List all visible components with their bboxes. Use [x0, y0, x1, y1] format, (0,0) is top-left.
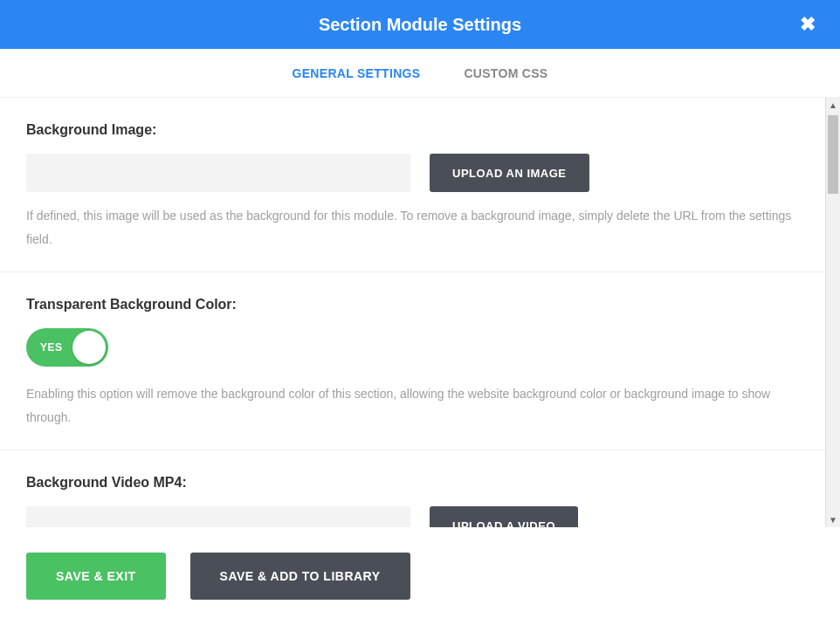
- help-transparent-bg: Enabling this option will remove the bac…: [26, 382, 799, 429]
- background-image-input[interactable]: [26, 154, 410, 192]
- tabs: GENERAL SETTINGS CUSTOM CSS: [0, 49, 840, 98]
- save-library-button[interactable]: SAVE & ADD TO LIBRARY: [190, 553, 410, 600]
- close-button[interactable]: ✖: [800, 13, 816, 36]
- scrollbar-thumb[interactable]: [828, 115, 838, 194]
- transparent-bg-toggle[interactable]: YES: [26, 328, 108, 367]
- tab-custom-css[interactable]: CUSTOM CSS: [464, 66, 547, 80]
- toggle-knob: [72, 331, 106, 364]
- label-background-image: Background Image:: [26, 122, 799, 138]
- toggle-label-yes: YES: [40, 341, 63, 354]
- modal-header: Section Module Settings ✖: [0, 0, 840, 49]
- section-background-image: Background Image: UPLOAD AN IMAGE If def…: [0, 98, 825, 272]
- label-transparent-bg: Transparent Background Color:: [26, 297, 799, 312]
- help-background-image: If defined, this image will be used as t…: [26, 204, 799, 251]
- section-transparent-bg: Transparent Background Color: YES Enabli…: [0, 272, 825, 450]
- save-exit-button[interactable]: SAVE & EXIT: [26, 553, 166, 600]
- modal-title: Section Module Settings: [319, 15, 521, 35]
- close-icon: ✖: [800, 13, 816, 35]
- footer: SAVE & EXIT SAVE & ADD TO LIBRARY: [0, 527, 840, 625]
- label-background-video: Background Video MP4:: [26, 475, 799, 491]
- upload-image-button[interactable]: UPLOAD AN IMAGE: [430, 154, 589, 192]
- scrollbar-up-arrow[interactable]: ▲: [826, 98, 840, 113]
- tab-general-settings[interactable]: GENERAL SETTINGS: [293, 66, 421, 80]
- scrollbar-down-arrow[interactable]: ▼: [826, 512, 840, 527]
- scrollbar[interactable]: ▲ ▼: [825, 98, 840, 527]
